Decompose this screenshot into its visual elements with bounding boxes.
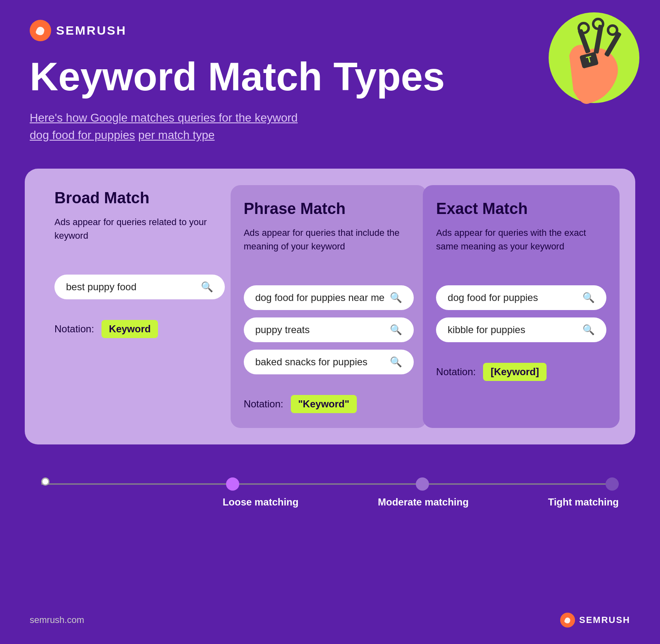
phrase-query-2-text: puppy treats	[255, 324, 310, 336]
exact-query-1: dog food for puppies 🔍	[436, 285, 606, 310]
search-icon: 🔍	[201, 281, 213, 293]
phrase-query-1: dog food for puppies near me 🔍	[244, 285, 414, 310]
search-icon: 🔍	[582, 324, 595, 336]
illustration: T	[524, 8, 639, 124]
exact-match-column: Exact Match Ads appear for queries with …	[423, 185, 620, 428]
subtitle-suffix-text: per match type	[138, 129, 214, 141]
phrase-notation-badge: "Keyword"	[291, 395, 357, 413]
subtitle-keyword: dog food for puppies	[30, 129, 135, 141]
timeline-dot-loose	[226, 477, 239, 491]
exact-notation-label: Notation:	[436, 366, 476, 378]
subtitle-prefix: Here's how Google matches queries for th…	[30, 111, 298, 124]
semrush-logo-icon	[30, 20, 51, 41]
search-icon: 🔍	[582, 292, 595, 303]
phrase-notation-row: Notation: "Keyword"	[244, 395, 414, 413]
phrase-query-3: baked snacks for puppies 🔍	[244, 350, 414, 374]
broad-notation-label: Notation:	[54, 323, 94, 335]
exact-query-2-text: kibble for puppies	[448, 324, 525, 336]
broad-notation-badge: Keyword	[101, 320, 158, 338]
exact-notation-row: Notation: [Keyword]	[436, 363, 606, 381]
phrase-match-queries: dog food for puppies near me 🔍 puppy tre…	[244, 285, 414, 374]
timeline-track	[41, 482, 619, 487]
timeline-dot-moderate	[416, 477, 429, 491]
timeline-label-loose: Loose matching	[223, 496, 299, 508]
phrase-match-column: Phrase Match Ads appear for queries that…	[231, 185, 427, 428]
timeline-section: Loose matching Moderate matching Tight m…	[0, 461, 660, 520]
exact-notation-badge: [Keyword]	[483, 363, 546, 381]
timeline-label-moderate: Moderate matching	[378, 496, 469, 508]
timeline-label-tight: Tight matching	[548, 496, 619, 508]
footer-logo: SEMRUSH	[560, 613, 630, 628]
exact-match-description: Ads appear for queries with the exact sa…	[436, 226, 606, 267]
broad-match-column: Broad Match Ads appear for queries relat…	[45, 189, 235, 424]
footer-brand-text: SEMRUSH	[579, 615, 630, 625]
timeline-dot-tight	[606, 477, 619, 491]
exact-query-1-text: dog food for puppies	[448, 292, 538, 303]
footer-url: semrush.com	[30, 615, 84, 625]
logo-text: SEMRUSH	[56, 24, 127, 38]
search-icon: 🔍	[390, 292, 402, 303]
phrase-query-2: puppy treats 🔍	[244, 317, 414, 342]
broad-match-description: Ads appear for queries related to your k…	[54, 215, 225, 256]
footer-logo-icon	[560, 613, 575, 628]
phrase-query-1-text: dog food for puppies near me	[255, 292, 385, 303]
search-icon: 🔍	[390, 356, 402, 368]
broad-match-queries: best puppy food 🔍	[54, 275, 225, 299]
exact-query-2: kibble for puppies 🔍	[436, 317, 606, 342]
phrase-match-title: Phrase Match	[244, 200, 414, 218]
header: SEMRUSH Keyword Match Types Here's how G…	[0, 0, 660, 152]
broad-query-1-text: best puppy food	[66, 281, 137, 293]
footer: semrush.com SEMRUSH	[30, 613, 630, 628]
timeline-dot-start	[41, 477, 50, 486]
phrase-match-description: Ads appear for queries that include the …	[244, 226, 414, 267]
phrase-notation-label: Notation:	[244, 398, 283, 410]
phrase-query-3-text: baked snacks for puppies	[255, 356, 368, 368]
broad-match-title: Broad Match	[54, 189, 225, 207]
timeline-labels: Loose matching Moderate matching Tight m…	[41, 496, 619, 508]
broad-query-1: best puppy food 🔍	[54, 275, 225, 299]
search-icon: 🔍	[390, 324, 402, 336]
main-card: Broad Match Ads appear for queries relat…	[25, 169, 635, 444]
broad-notation-row: Notation: Keyword	[54, 320, 225, 338]
exact-match-title: Exact Match	[436, 200, 606, 218]
timeline-spacer	[41, 496, 143, 508]
exact-match-queries: dog food for puppies 🔍 kibble for puppie…	[436, 285, 606, 342]
timeline-dots	[41, 477, 619, 491]
